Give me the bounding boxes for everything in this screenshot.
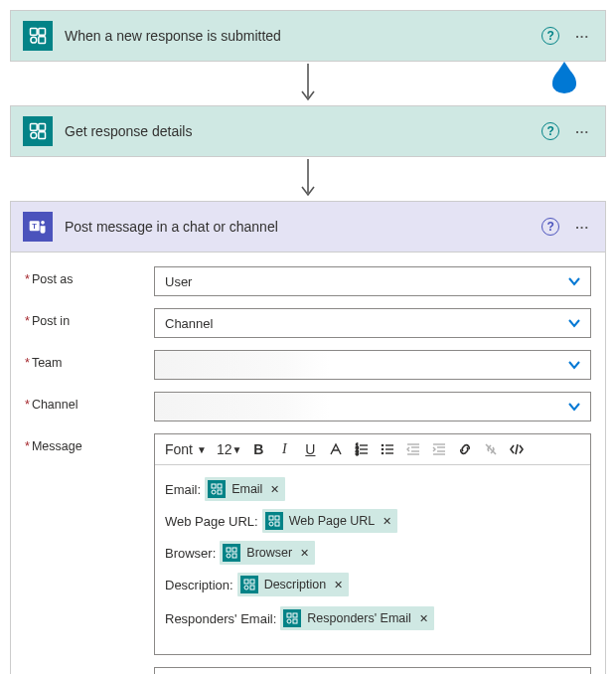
svg-point-53: [287, 619, 291, 623]
font-color-button[interactable]: [325, 438, 347, 460]
post-in-select[interactable]: Channel: [154, 308, 591, 338]
new-step-indicator-icon[interactable]: [552, 70, 576, 93]
more-icon[interactable]: ···: [571, 29, 593, 44]
chevron-down-icon: [566, 357, 582, 373]
select-value: User: [165, 274, 566, 289]
dynamic-token-responder-email[interactable]: Responders' Email ✕: [280, 606, 434, 630]
dynamic-token-description[interactable]: Description ✕: [237, 573, 350, 596]
font-size-select[interactable]: 12▼: [215, 441, 243, 457]
more-icon[interactable]: ···: [571, 124, 593, 139]
token-label: Email: [231, 482, 262, 496]
bullet-list-button[interactable]: [377, 438, 398, 460]
remove-token-icon[interactable]: ✕: [334, 579, 343, 591]
action-card-post-message: T Post message in a chat or channel ? ··…: [10, 201, 606, 674]
svg-rect-44: [232, 548, 236, 552]
token-label: Browser: [246, 546, 292, 560]
chevron-down-icon: [566, 399, 582, 415]
svg-point-20: [382, 448, 385, 451]
numbered-list-button[interactable]: 123: [351, 438, 373, 460]
remove-token-icon[interactable]: ✕: [300, 547, 309, 560]
forms-icon: [240, 576, 258, 593]
outdent-button[interactable]: [402, 438, 424, 460]
code-view-button[interactable]: [506, 438, 528, 460]
svg-point-41: [269, 522, 273, 526]
svg-rect-54: [293, 619, 297, 623]
svg-point-45: [227, 554, 231, 558]
token-label: Responders' Email: [307, 611, 411, 625]
label-post-as: *Post as: [25, 266, 144, 286]
dynamic-token-browser[interactable]: Browser ✕: [220, 541, 315, 565]
select-value: .: [165, 400, 566, 415]
svg-text:T: T: [32, 222, 37, 231]
remove-token-icon[interactable]: ✕: [270, 483, 279, 496]
dynamic-token-email[interactable]: Email ✕: [205, 477, 285, 501]
chevron-down-icon: ▼: [232, 444, 242, 455]
token-label: Description: [264, 578, 327, 591]
channel-select[interactable]: .: [154, 392, 591, 421]
unlink-button[interactable]: [480, 438, 502, 460]
forms-icon: [283, 609, 301, 627]
editor-text: Web Page URL:: [165, 514, 258, 529]
underline-button[interactable]: U: [299, 438, 321, 460]
svg-rect-8: [39, 132, 46, 139]
svg-rect-40: [275, 516, 279, 520]
post-as-select[interactable]: User: [154, 266, 591, 296]
action-header-post-message[interactable]: T Post message in a chat or channel ? ··…: [11, 202, 605, 253]
link-button[interactable]: [454, 438, 476, 460]
svg-point-7: [31, 132, 37, 138]
editor-text: Responders' Email:: [165, 611, 276, 626]
svg-point-21: [382, 452, 385, 455]
font-select[interactable]: Font▼: [161, 439, 211, 459]
svg-rect-38: [218, 490, 222, 494]
label-subject: Subject: [25, 667, 144, 674]
team-select[interactable]: .: [154, 350, 591, 380]
indent-button[interactable]: [428, 438, 450, 460]
svg-rect-36: [218, 484, 222, 488]
svg-rect-3: [39, 37, 46, 44]
svg-text:3: 3: [356, 450, 359, 456]
svg-point-12: [41, 221, 45, 225]
svg-rect-50: [250, 586, 254, 590]
action-card-trigger: When a new response is submitted ? ···: [10, 10, 606, 62]
remove-token-icon[interactable]: ✕: [383, 515, 391, 528]
svg-point-19: [382, 444, 385, 447]
remove-token-icon[interactable]: ✕: [419, 612, 428, 625]
dynamic-token-url[interactable]: Web Page URL ✕: [262, 509, 398, 533]
select-value: Channel: [165, 316, 566, 331]
svg-rect-0: [31, 29, 38, 36]
help-icon[interactable]: ?: [541, 27, 559, 45]
action-title: When a new response is submitted: [65, 28, 530, 44]
editor-text: Browser:: [165, 546, 216, 561]
more-icon[interactable]: ···: [571, 220, 593, 235]
action-body: *Post as User *Post in Channel *Team: [11, 253, 605, 674]
svg-rect-48: [250, 580, 254, 584]
svg-rect-47: [244, 580, 248, 584]
editor-toolbar: Font▼ 12▼ B I U 123: [155, 434, 590, 465]
action-header-get-details[interactable]: Get response details ? ···: [11, 106, 605, 156]
label-post-in: *Post in: [25, 308, 144, 328]
select-value: .: [165, 358, 566, 373]
action-header-trigger[interactable]: When a new response is submitted ? ···: [11, 11, 605, 61]
editor-text: Description:: [165, 578, 233, 592]
italic-button[interactable]: I: [273, 438, 295, 460]
subject-input[interactable]: [154, 667, 591, 674]
editor-content[interactable]: Email: Email ✕ Web Page URL: Web: [155, 465, 590, 654]
label-channel: *Channel: [25, 392, 144, 412]
connector-arrow: [10, 157, 606, 201]
svg-rect-39: [269, 516, 273, 520]
chevron-down-icon: [566, 273, 582, 289]
svg-rect-35: [212, 484, 216, 488]
bold-button[interactable]: B: [247, 438, 269, 460]
svg-rect-6: [39, 124, 46, 131]
chevron-down-icon: ▼: [197, 444, 207, 455]
svg-rect-22: [385, 444, 393, 445]
svg-line-34: [516, 444, 518, 454]
action-title: Post message in a chat or channel: [65, 219, 530, 235]
label-team: *Team: [25, 350, 144, 370]
svg-rect-23: [385, 448, 393, 449]
svg-rect-52: [293, 613, 297, 617]
help-icon[interactable]: ?: [541, 218, 559, 236]
svg-rect-46: [232, 554, 236, 558]
forms-icon: [23, 116, 53, 146]
help-icon[interactable]: ?: [541, 122, 559, 140]
